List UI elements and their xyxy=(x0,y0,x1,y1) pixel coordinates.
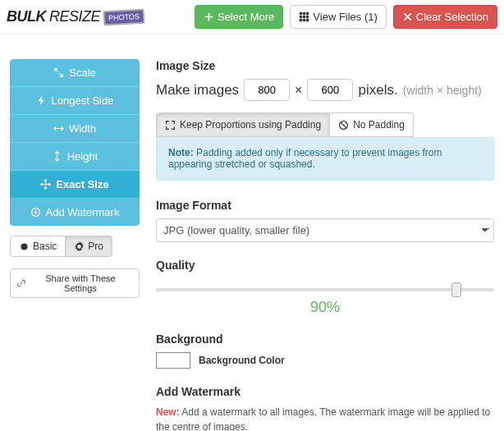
basic-label: Basic xyxy=(33,241,57,252)
pro-label: Pro xyxy=(88,241,103,252)
nav-longest-side[interactable]: Longest Side xyxy=(10,87,140,115)
nav-scale[interactable]: Scale xyxy=(10,59,140,87)
fullscreen-icon xyxy=(165,120,176,131)
link-icon xyxy=(17,279,25,287)
background-title: Background xyxy=(156,332,494,346)
nav-label: Add Watermark xyxy=(46,206,120,218)
logo: BULK RESIZE PHOTOS xyxy=(7,8,144,25)
quality-slider[interactable] xyxy=(156,288,494,291)
quality-value: 90% xyxy=(156,299,494,316)
nav-label: Exact Size xyxy=(56,178,108,190)
view-files-label: View Files (1) xyxy=(313,11,378,23)
image-size-section: Image Size Make images × pixels. (width … xyxy=(156,59,494,181)
move-icon xyxy=(40,179,51,190)
nav-height[interactable]: Height xyxy=(10,143,140,171)
share-label: Share with These Settings xyxy=(29,273,132,293)
svg-rect-4 xyxy=(303,16,305,18)
nav-width[interactable]: Width xyxy=(10,115,140,143)
svg-rect-1 xyxy=(303,12,305,15)
basic-button[interactable]: Basic xyxy=(10,236,66,257)
share-settings-button[interactable]: Share with These Settings xyxy=(10,268,140,298)
note-text: Padding added only if necessary to preve… xyxy=(168,147,442,170)
top-bar: BULK RESIZE PHOTOS Select More View File… xyxy=(0,0,504,34)
pixels-label: pixels. xyxy=(358,82,397,99)
image-size-title: Image Size xyxy=(156,59,494,72)
new-badge: New: xyxy=(156,406,180,418)
nav-add-watermark[interactable]: Add Watermark xyxy=(10,199,140,226)
svg-rect-5 xyxy=(306,16,309,18)
keep-proportions-tab[interactable]: Keep Proportions using Padding xyxy=(156,112,330,137)
no-padding-tab[interactable]: No Padding xyxy=(330,112,414,137)
close-icon xyxy=(402,11,413,22)
sidebar: Scale Longest Side Width Height Exact Si… xyxy=(10,59,140,431)
ban-icon xyxy=(338,120,349,131)
background-section: Background Background Color xyxy=(156,332,494,369)
watermark-title: Add Watermark xyxy=(156,385,494,398)
gear-icon xyxy=(74,241,85,252)
width-height-hint: (width × height) xyxy=(403,84,482,97)
background-color-label: Background Color xyxy=(199,355,285,366)
logo-badge: PHOTOS xyxy=(103,8,145,25)
view-files-button[interactable]: View Files (1) xyxy=(290,5,387,29)
nav-exact-size[interactable]: Exact Size xyxy=(10,171,140,199)
clear-selection-button[interactable]: Clear Selection xyxy=(393,5,497,29)
arrows-h-icon xyxy=(53,123,64,134)
keep-padding-label: Keep Proportions using Padding xyxy=(180,119,321,131)
watermark-description: New: Add a watermark to all images. The … xyxy=(156,405,494,431)
svg-rect-0 xyxy=(300,12,302,15)
image-format-section: Image Format JPG (lower quality, smaller… xyxy=(156,199,494,242)
logo-resize: RESIZE xyxy=(49,8,100,25)
svg-point-10 xyxy=(21,243,27,250)
select-more-button[interactable]: Select More xyxy=(195,5,283,29)
padding-tabs: Keep Proportions using Padding No Paddin… xyxy=(156,112,494,137)
svg-rect-6 xyxy=(300,19,302,21)
pro-button[interactable]: Pro xyxy=(66,236,112,257)
resize-mode-nav: Scale Longest Side Width Height Exact Si… xyxy=(10,59,140,226)
grid-icon xyxy=(299,11,309,22)
clear-selection-label: Clear Selection xyxy=(416,11,488,23)
svg-rect-8 xyxy=(306,19,309,21)
bolt-icon xyxy=(36,95,47,106)
basic-pro-toggle: Basic Pro xyxy=(10,236,112,257)
top-actions: Select More View Files (1) Clear Selecti… xyxy=(195,5,497,29)
arrows-v-icon xyxy=(52,151,62,162)
main-panel: Image Size Make images × pixels. (width … xyxy=(156,59,494,431)
watermark-desc-text: Add a watermark to all images. The water… xyxy=(156,406,490,431)
nav-label: Scale xyxy=(69,66,96,79)
padding-note: Note: Padding added only if necessary to… xyxy=(156,137,494,181)
background-color-swatch[interactable] xyxy=(156,352,190,369)
no-padding-label: No Padding xyxy=(353,119,405,131)
circle-icon xyxy=(19,241,30,252)
svg-rect-3 xyxy=(300,16,302,18)
nav-label: Longest Side xyxy=(52,94,114,107)
quality-title: Quality xyxy=(156,259,494,272)
watermark-section: Add Watermark New: Add a watermark to al… xyxy=(156,385,494,431)
quality-section: Quality 90% xyxy=(156,259,494,316)
height-input[interactable] xyxy=(307,79,353,101)
expand-icon xyxy=(53,67,64,78)
times-symbol: × xyxy=(295,83,302,98)
plus-icon xyxy=(204,11,214,22)
format-select[interactable]: JPG (lower quality, smaller file) xyxy=(156,218,494,242)
svg-rect-2 xyxy=(306,12,309,15)
select-more-label: Select More xyxy=(218,11,274,23)
logo-bulk: BULK xyxy=(7,8,46,25)
make-images-label: Make images xyxy=(156,82,239,99)
note-label: Note: xyxy=(168,147,194,158)
nav-label: Height xyxy=(67,150,99,163)
svg-rect-7 xyxy=(303,19,305,21)
plus-circle-icon xyxy=(30,207,41,218)
image-format-title: Image Format xyxy=(156,199,494,212)
width-input[interactable] xyxy=(244,79,290,101)
nav-label: Width xyxy=(69,122,96,135)
